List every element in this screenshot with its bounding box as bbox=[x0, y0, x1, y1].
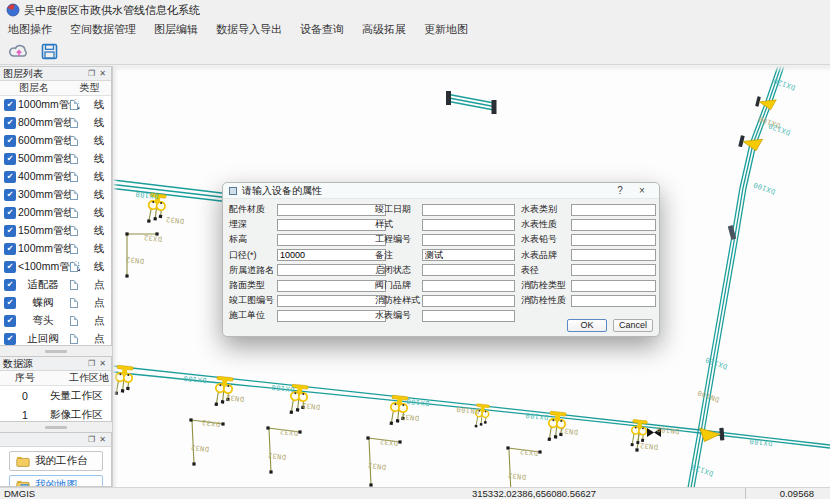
button-label: 我的地图 bbox=[35, 478, 77, 487]
layer-row[interactable]: ✔<100mm管线线 bbox=[0, 258, 111, 276]
field-input[interactable] bbox=[277, 280, 386, 292]
field-input[interactable] bbox=[571, 249, 656, 261]
layer-row[interactable]: ✔150mm管线线 bbox=[0, 222, 111, 240]
close-icon[interactable]: × bbox=[631, 185, 653, 196]
field-label: 消防栓样式 bbox=[375, 294, 422, 307]
layer-checkbox[interactable]: ✔ bbox=[4, 189, 16, 201]
field-input[interactable] bbox=[277, 219, 386, 231]
layer-type: 线 bbox=[91, 170, 107, 184]
close-panel-icon[interactable]: ✕ bbox=[97, 435, 108, 444]
close-panel-icon[interactable]: ✕ bbox=[97, 359, 108, 368]
field-input[interactable] bbox=[571, 234, 656, 246]
layer-checkbox[interactable]: ✔ bbox=[4, 99, 16, 111]
splitter-handle[interactable] bbox=[0, 422, 112, 432]
layer-row[interactable]: ✔400mm管线线 bbox=[0, 168, 111, 186]
layer-checkbox[interactable]: ✔ bbox=[4, 279, 16, 291]
layer-row[interactable]: ✔300mm管线线 bbox=[0, 186, 111, 204]
field-input[interactable] bbox=[571, 219, 656, 231]
datasource-workspace: 影像工作区 bbox=[50, 408, 111, 422]
field-input[interactable] bbox=[571, 264, 656, 276]
layer-checkbox[interactable]: ✔ bbox=[4, 135, 16, 147]
layer-type: 线 bbox=[91, 242, 107, 256]
field-input[interactable] bbox=[571, 280, 656, 292]
splitter-handle[interactable] bbox=[0, 346, 112, 356]
field-input[interactable] bbox=[571, 295, 656, 307]
field-input[interactable] bbox=[277, 310, 386, 322]
field-input[interactable] bbox=[277, 234, 386, 246]
layer-checkbox[interactable]: ✔ bbox=[4, 117, 16, 129]
layer-checkbox[interactable]: ✔ bbox=[4, 261, 16, 273]
layer-name: 150mm管线 bbox=[18, 224, 68, 238]
layer-checkbox[interactable]: ✔ bbox=[4, 225, 16, 237]
ok-button[interactable]: OK bbox=[567, 319, 607, 332]
float-panel-icon[interactable]: ❐ bbox=[86, 435, 97, 444]
layer-checkbox[interactable]: ✔ bbox=[4, 297, 16, 309]
dialog-field-row: 阀门品牌 bbox=[375, 278, 515, 293]
menu-item-4[interactable]: 设备查询 bbox=[300, 22, 344, 37]
folder-icon bbox=[16, 480, 30, 488]
layer-row[interactable]: ✔1000mm管线线 bbox=[0, 96, 111, 114]
layer-checkbox[interactable]: ✔ bbox=[4, 171, 16, 183]
layer-row[interactable]: ✔600mm管线线 bbox=[0, 132, 111, 150]
document-icon bbox=[70, 244, 78, 254]
layer-row[interactable]: ✔适配器点 bbox=[0, 276, 111, 294]
menu-item-1[interactable]: 空间数据管理 bbox=[70, 22, 136, 37]
field-input[interactable] bbox=[422, 280, 515, 292]
layer-type: 线 bbox=[91, 188, 107, 202]
close-panel-icon[interactable]: ✕ bbox=[97, 69, 108, 78]
layer-checkbox[interactable]: ✔ bbox=[4, 315, 16, 327]
float-panel-icon[interactable]: ❐ bbox=[86, 69, 97, 78]
pipe-size-label: DN32 bbox=[190, 443, 209, 453]
field-label: 样式 bbox=[375, 218, 422, 231]
menu-item-6[interactable]: 更新地图 bbox=[424, 22, 468, 37]
field-input[interactable] bbox=[422, 264, 515, 276]
dialog-field-row: 水表铅号 bbox=[521, 232, 656, 247]
status-app-label: DMGIS bbox=[4, 488, 35, 499]
field-input[interactable] bbox=[277, 264, 386, 276]
help-icon[interactable]: ? bbox=[609, 185, 631, 196]
field-label: 施工单位 bbox=[229, 309, 277, 322]
layer-row[interactable]: ✔800mm管线线 bbox=[0, 114, 111, 132]
field-label: 水表铅号 bbox=[521, 233, 571, 246]
layer-checkbox[interactable]: ✔ bbox=[4, 243, 16, 255]
my-map-button[interactable]: 我的地图 bbox=[9, 475, 103, 487]
layer-row[interactable]: ✔200mm管线线 bbox=[0, 204, 111, 222]
pipe-size-label: DN32 bbox=[225, 393, 244, 403]
field-input[interactable] bbox=[422, 219, 515, 231]
datasource-row[interactable]: 1影像工作区 bbox=[0, 405, 111, 422]
field-input[interactable] bbox=[422, 310, 515, 322]
layer-row[interactable]: ✔弯头点 bbox=[0, 312, 111, 330]
menu-item-2[interactable]: 图层编辑 bbox=[154, 22, 198, 37]
datasource-panel-title: 数据源 bbox=[3, 357, 86, 371]
menu-item-3[interactable]: 数据导入导出 bbox=[216, 22, 282, 37]
field-input[interactable] bbox=[277, 249, 386, 261]
menu-item-0[interactable]: 地图操作 bbox=[8, 22, 52, 37]
cancel-button[interactable]: Cancel bbox=[613, 319, 653, 332]
layer-checkbox[interactable]: ✔ bbox=[4, 333, 16, 345]
layer-checkbox[interactable]: ✔ bbox=[4, 153, 16, 165]
dialog-field-row: 水表品牌 bbox=[521, 248, 656, 263]
field-input[interactable] bbox=[571, 204, 656, 216]
layer-type: 线 bbox=[91, 98, 107, 112]
layer-checkbox[interactable]: ✔ bbox=[4, 207, 16, 219]
field-label: 表径 bbox=[521, 264, 571, 277]
cloud-upload-button[interactable] bbox=[8, 40, 30, 62]
field-input[interactable] bbox=[422, 295, 515, 307]
window-title: 吴中度假区市政供水管线信息化系统 bbox=[24, 3, 200, 18]
layer-row[interactable]: ✔500mm管线线 bbox=[0, 150, 111, 168]
layer-row[interactable]: ✔止回阀点 bbox=[0, 330, 111, 345]
layer-row[interactable]: ✔蝶阀点 bbox=[0, 294, 111, 312]
dialog-icon bbox=[229, 187, 237, 195]
layer-type: 线 bbox=[91, 152, 107, 166]
field-input[interactable] bbox=[277, 295, 386, 307]
float-panel-icon[interactable]: ❐ bbox=[86, 359, 97, 368]
datasource-row[interactable]: 0矢量工作区 bbox=[0, 386, 111, 405]
field-input[interactable] bbox=[422, 204, 515, 216]
menu-item-5[interactable]: 高级拓展 bbox=[362, 22, 406, 37]
field-input[interactable] bbox=[422, 249, 515, 261]
save-button[interactable] bbox=[38, 40, 60, 62]
layer-row[interactable]: ✔100mm管线线 bbox=[0, 240, 111, 258]
field-input[interactable] bbox=[422, 234, 515, 246]
field-input[interactable] bbox=[277, 204, 386, 216]
my-workbench-button[interactable]: 我的工作台 bbox=[9, 451, 103, 471]
